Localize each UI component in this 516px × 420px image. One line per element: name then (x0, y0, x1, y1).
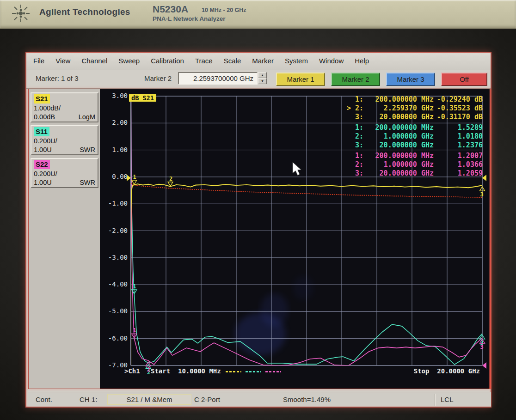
readout-value: 1.2376 (434, 141, 483, 150)
trace-scale: 0.200U/ (34, 170, 95, 179)
channel-label: >Ch1 (124, 367, 140, 375)
trace-format: SWR (80, 146, 95, 155)
svg-text:1: 1 (133, 327, 136, 334)
menu-item-help[interactable]: Help (355, 57, 369, 65)
toolbar-button-marker-1[interactable]: Marker 1 (276, 73, 325, 86)
trace-chip-s21: S21 (34, 94, 50, 103)
readout-row: 1:200.000000 MHz1.5289 (345, 123, 483, 132)
trace-legend (226, 371, 281, 372)
brand-label: Agilent Technologies (39, 7, 130, 17)
local-remote-status: LCL (441, 396, 454, 403)
legend-dash (246, 371, 261, 372)
readout-value: 1.2007 (434, 152, 483, 160)
readout-row: 2:1.000000 GHz1.0366 (345, 160, 483, 169)
product-label: PNA-L Network Analyzer (153, 15, 226, 22)
readout-frequency: 1.000000 GHz (363, 160, 434, 169)
trace-ref: 1.00U (34, 146, 52, 155)
readout-frequency: 1.000000 GHz (363, 132, 434, 141)
trace-box-s11[interactable]: S110.200U/1.00USWR (31, 125, 98, 155)
trace-chip-s11: S11 (34, 127, 49, 136)
trace-status-panel: S211.000dB/0.00dBLogMS110.200U/1.00USWRS… (29, 89, 100, 389)
readout-row: 2:1.000000 GHz1.0180 (345, 132, 483, 141)
readout-frequency: 200.000000 MHz (363, 152, 434, 160)
trace-box-s21[interactable]: S211.000dB/0.00dBLogM (31, 92, 98, 122)
svg-text:3: 3 (480, 344, 483, 350)
stepper-up-button[interactable]: ▲ (258, 72, 267, 78)
channel-status: CH 1: (80, 396, 97, 403)
svg-text:1: 1 (133, 283, 136, 290)
menu-item-file[interactable]: File (33, 57, 44, 65)
readout-frequency: 200.000000 MHz (363, 95, 434, 104)
sweep-mode-status: Cont. (36, 396, 52, 403)
readout-value: -0.29240 dB (434, 95, 483, 104)
readout-row: 3:20.000000 GHz-0.31170 dB (345, 113, 483, 122)
marker2-field-label: Marker 2 (144, 74, 172, 82)
readout-marker-index: 1: (345, 152, 363, 160)
trace-ref: 0.00dB (34, 113, 55, 122)
readout-marker-index: 1: (345, 95, 363, 104)
model-label: N5230A (153, 4, 188, 15)
marker-frequency-stepper: ▲ ▼ (258, 72, 267, 85)
readout-marker-index: > 2: (345, 104, 363, 113)
readout-value: 1.5289 (434, 123, 483, 132)
stepper-down-button[interactable]: ▼ (258, 78, 267, 84)
marker-frequency-input[interactable]: 2.2593700000 GHz (178, 72, 258, 85)
trace-ref-format: 1.00USWR (34, 146, 95, 155)
marker-count-label: Marker: 1 of 3 (36, 74, 79, 82)
front-panel-header: Agilent Technologies N5230A 10 MHz - 20 … (0, 0, 516, 29)
menu-item-sweep[interactable]: Sweep (118, 57, 140, 65)
menu-item-system[interactable]: System (285, 57, 308, 65)
readout-row: 1:200.000000 MHz1.2007 (345, 152, 483, 160)
smoothing-status: Smooth=1.49% (283, 396, 331, 403)
menu-item-scale[interactable]: Scale (224, 57, 241, 65)
trace-chip-s22: S22 (34, 160, 50, 169)
menu-item-trace[interactable]: Trace (195, 57, 213, 65)
legend-dash (226, 371, 241, 372)
readout-value: 1.0366 (434, 160, 483, 169)
lcd-screen: FileViewChannelSweepCalibrationTraceScal… (25, 52, 491, 408)
readout-value: 1.2059 (434, 169, 483, 178)
trace-box-s22[interactable]: S220.200U/1.00USWR (31, 158, 98, 188)
readout-row: 1:200.000000 MHz-0.29240 dB (345, 95, 483, 104)
readout-marker-index: 3: (345, 169, 363, 178)
menu-item-marker[interactable]: Marker (252, 57, 274, 65)
cal-status: C 2-Port (194, 396, 220, 403)
active-trace-chip: dB S21 (129, 94, 156, 102)
readout-frequency: 20.000000 GHz (363, 113, 434, 122)
agilent-starburst-icon (10, 3, 31, 24)
status-divider (435, 394, 436, 406)
trace-scale: 0.200U/ (34, 137, 95, 146)
readout-frequency: 20.000000 GHz (363, 141, 434, 150)
sweep-range-row: >Ch1 Start 10.0000 MHz Stop 20.0000 GHz (100, 367, 491, 377)
menu-bar: FileViewChannelSweepCalibrationTraceScal… (26, 53, 491, 69)
stop-frequency-label: Stop 20.0000 GHz (414, 367, 480, 375)
freq-range-label: 10 MHz - 20 GHz (202, 7, 246, 13)
marker-toolbar: Marker: 1 of 3 Marker 2 2.2593700000 GHz… (26, 69, 491, 89)
readout-marker-index: 1: (345, 123, 363, 132)
toolbar-button-marker-2[interactable]: Marker 2 (331, 73, 380, 86)
readout-frequency: 2.259370 GHz (363, 104, 434, 113)
toolbar-button-off[interactable]: Off (441, 73, 487, 86)
svg-text:3: 3 (480, 191, 483, 198)
readout-marker-index: 2: (345, 132, 363, 141)
readout-value: -0.35523 dB (434, 104, 483, 113)
menu-item-view[interactable]: View (55, 57, 70, 65)
graph-area[interactable]: 123123123 3.002.001.000.00-1.00-2.00-3.0… (100, 89, 491, 389)
readout-value: 1.0180 (434, 132, 483, 141)
instrument: Agilent Technologies N5230A 10 MHz - 20 … (0, 0, 516, 420)
trace-format: SWR (80, 178, 95, 188)
plot-region: S211.000dB/0.00dBLogMS110.200U/1.00USWRS… (28, 89, 491, 389)
menu-item-calibration[interactable]: Calibration (151, 57, 184, 65)
readout-row: 3:20.000000 GHz1.2376 (345, 141, 483, 150)
marker-readouts: 1:200.000000 MHz-0.29240 dB> 2:2.259370 … (345, 95, 483, 178)
trace-format: LogM (79, 113, 95, 122)
readout-value: -0.31170 dB (434, 113, 483, 122)
trace-scale: 1.000dB/ (34, 104, 95, 113)
readout-frequency: 20.000000 GHz (363, 169, 434, 178)
svg-text:1: 1 (133, 174, 136, 180)
readout-frequency: 200.000000 MHz (363, 123, 434, 132)
menu-item-channel[interactable]: Channel (81, 57, 107, 65)
status-bar: Cont. CH 1: S21 / M &Mem C 2-Port Smooth… (28, 392, 491, 407)
toolbar-button-marker-3[interactable]: Marker 3 (386, 73, 435, 86)
menu-item-window[interactable]: Window (319, 57, 344, 65)
